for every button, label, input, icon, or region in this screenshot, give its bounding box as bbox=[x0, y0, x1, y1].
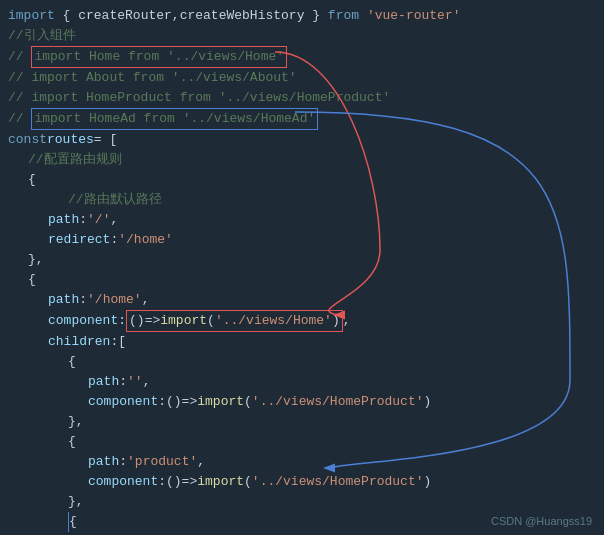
code-line-2: //引入组件 bbox=[0, 26, 604, 46]
code-line-8: //配置路由规则 bbox=[0, 150, 604, 170]
code-line-12: redirect:'/home' bbox=[0, 230, 604, 250]
code-line-6: // import HomeAd from '../views/HomeAd' bbox=[0, 108, 604, 130]
code-line-22: { bbox=[0, 432, 604, 452]
code-line-17: children:[ bbox=[0, 332, 604, 352]
code-line-1: import { createRouter,createWebHistory }… bbox=[0, 6, 604, 26]
code-line-18: { bbox=[0, 352, 604, 372]
code-line-5: // import HomeProduct from '../views/Hom… bbox=[0, 88, 604, 108]
code-line-21: }, bbox=[0, 412, 604, 432]
code-line-14: { bbox=[0, 270, 604, 290]
code-line-11: path:'/', bbox=[0, 210, 604, 230]
code-line-10: //路由默认路径 bbox=[0, 190, 604, 210]
code-line-4: // import About from '../views/About' bbox=[0, 68, 604, 88]
code-line-16: component:()=>import('../views/Home'), bbox=[0, 310, 604, 332]
code-line-7: const routes = [ bbox=[0, 130, 604, 150]
watermark: CSDN @Huangss19 bbox=[491, 515, 592, 527]
code-line-13: }, bbox=[0, 250, 604, 270]
code-editor: import { createRouter,createWebHistory }… bbox=[0, 0, 604, 535]
code-line-25: }, bbox=[0, 492, 604, 512]
code-line-9: { bbox=[0, 170, 604, 190]
code-line-23: path:'product', bbox=[0, 452, 604, 472]
code-line-15: path:'/home', bbox=[0, 290, 604, 310]
code-line-19: path:'', bbox=[0, 372, 604, 392]
code-line-24: component:()=>import('../views/HomeProdu… bbox=[0, 472, 604, 492]
code-line-3: // import Home from '../views/Home' bbox=[0, 46, 604, 68]
code-line-20: component:()=>import('../views/HomeProdu… bbox=[0, 392, 604, 412]
